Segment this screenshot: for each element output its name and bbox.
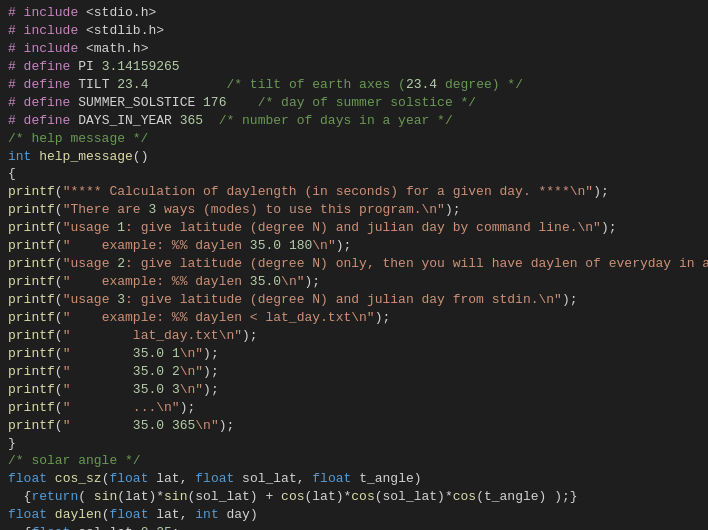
code-line: # define DAYS_IN_YEAR 365 /* number of d… xyxy=(8,112,700,130)
code-line: { xyxy=(8,165,700,183)
code-line: # define SUMMER_SOLSTICE 176 /* day of s… xyxy=(8,94,700,112)
code-line: /* solar angle */ xyxy=(8,452,700,470)
code-line: float daylen(float lat, int day) xyxy=(8,506,700,524)
code-line: } xyxy=(8,435,700,453)
code-line: printf("There are 3 ways (modes) to use … xyxy=(8,201,700,219)
code-line: # define TILT 23.4 /* tilt of earth axes… xyxy=(8,76,700,94)
code-line: {return( sin(lat)*sin(sol_lat) + cos(lat… xyxy=(8,488,700,506)
code-line: printf(" ...\n"); xyxy=(8,399,700,417)
code-line: {float sol_lat=0.25; xyxy=(8,524,700,530)
code-line: printf("usage 1: give latitude (degree N… xyxy=(8,219,700,237)
code-line: printf("usage 2: give latitude (degree N… xyxy=(8,255,700,273)
code-line: printf(" example: %% daylen < lat_day.tx… xyxy=(8,309,700,327)
code-line: int help_message() xyxy=(8,148,700,166)
code-line: printf(" example: %% daylen 35.0\n"); xyxy=(8,273,700,291)
code-line: printf(" 35.0 365\n"); xyxy=(8,417,700,435)
code-line: printf(" 35.0 2\n"); xyxy=(8,363,700,381)
code-line: float cos_sz(float lat, float sol_lat, f… xyxy=(8,470,700,488)
code-line: printf("**** Calculation of daylength (i… xyxy=(8,183,700,201)
code-line: printf(" 35.0 3\n"); xyxy=(8,381,700,399)
code-line: # include <stdio.h> xyxy=(8,4,700,22)
code-line: # include <stdlib.h> xyxy=(8,22,700,40)
code-editor: # include <stdio.h># include <stdlib.h>#… xyxy=(0,0,708,530)
code-line: printf("usage 3: give latitude (degree N… xyxy=(8,291,700,309)
code-line: /* help message */ xyxy=(8,130,700,148)
code-line: printf(" 35.0 1\n"); xyxy=(8,345,700,363)
code-line: printf(" example: %% daylen 35.0 180\n")… xyxy=(8,237,700,255)
code-line: # define PI 3.14159265 xyxy=(8,58,700,76)
code-line: printf(" lat_day.txt\n"); xyxy=(8,327,700,345)
code-line: # include <math.h> xyxy=(8,40,700,58)
